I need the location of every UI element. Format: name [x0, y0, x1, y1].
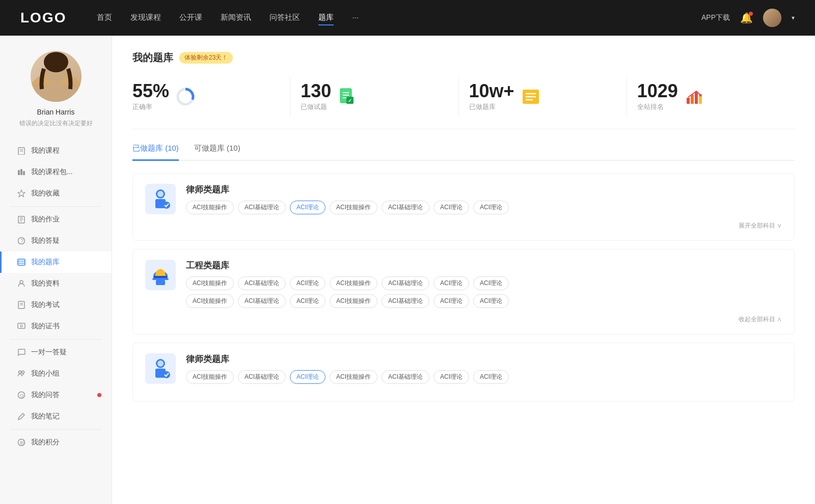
sidebar-label-packages: 我的课程包...	[31, 167, 73, 177]
tag-l2-aci-theory-active[interactable]: ACI理论	[290, 370, 325, 384]
sidebar-label-points: 我的积分	[31, 438, 60, 447]
tag-l2-aci-theory-1[interactable]: ACI理论	[433, 370, 469, 384]
notification-dot	[749, 12, 753, 16]
tag-e2-aci-basic-theory-1[interactable]: ACI基础理论	[238, 294, 286, 308]
svg-rect-47	[691, 95, 694, 104]
tag-l2-aci-skill-op-1[interactable]: ACI技能操作	[186, 370, 234, 384]
main-layout: Brian Harris 错误的决定比没有决定要好 我的课程 我的课程包...	[0, 36, 815, 504]
collapse-link-engineer-1[interactable]: 收起全部科目 ∧	[145, 315, 782, 324]
dropdown-arrow[interactable]: ▾	[792, 14, 795, 21]
star-icon	[17, 189, 26, 198]
nav-discover[interactable]: 发现课程	[130, 11, 161, 25]
stat-done-banks-number: 10w+	[469, 82, 514, 100]
tab-available-banks[interactable]: 可做题库 (10)	[194, 144, 240, 161]
sidebar-item-points[interactable]: 积 我的积分	[0, 432, 112, 453]
nav-home[interactable]: 首页	[97, 11, 112, 25]
tag-aci-theory-active-1[interactable]: ACI理论	[290, 201, 325, 214]
tag-e-aci-theory-1[interactable]: ACI理论	[290, 276, 325, 290]
sidebar-item-courses[interactable]: 我的课程	[0, 140, 112, 161]
tag-e-aci-basic-theory-1[interactable]: ACI基础理论	[238, 276, 286, 290]
tag-e-aci-skill-op-1[interactable]: ACI技能操作	[186, 276, 234, 290]
stat-done-banks-label: 已做题库	[469, 102, 514, 111]
profile-icon	[17, 279, 26, 288]
bank-info-lawyer-2: 律师类题库 ACI技能操作 ACI基础理论 ACI理论 ACI技能操作 ACI基…	[186, 353, 782, 384]
tag-e-aci-theory-2[interactable]: ACI理论	[433, 276, 469, 290]
stat-rank: 1029 全站排名	[627, 77, 795, 117]
tag-e-aci-basic-theory-2[interactable]: ACI基础理论	[382, 276, 429, 290]
sidebar-divider-3	[10, 429, 101, 430]
packages-icon	[17, 167, 26, 177]
stat-correct-rate-info: 55% 正确率	[132, 82, 169, 111]
tag-l2-aci-theory-2[interactable]: ACI理论	[473, 370, 509, 384]
tag-e2-aci-basic-theory-2[interactable]: ACI基础理论	[382, 294, 429, 308]
sidebar-item-profile[interactable]: 我的资料	[0, 273, 112, 294]
sidebar-item-homework[interactable]: 我的作业	[0, 209, 112, 230]
bank-section-engineer-1: 工程类题库 ACI技能操作 ACI基础理论 ACI理论 ACI技能操作 ACI基…	[132, 249, 795, 334]
stat-done-questions-number: 130	[301, 82, 331, 100]
tag-e2-aci-theory-1[interactable]: ACI理论	[290, 294, 325, 308]
tag-e-aci-skill-op-2[interactable]: ACI技能操作	[330, 276, 377, 290]
sidebar-label-profile: 我的资料	[31, 279, 60, 288]
sidebar-label-question-bank: 我的题库	[31, 258, 60, 267]
sidebar-label-answers: 我的问答	[31, 390, 60, 400]
tags-engineer-row2: ACI技能操作 ACI基础理论 ACI理论 ACI技能操作 ACI基础理论 AC…	[186, 294, 782, 308]
trial-badge: 体验剩余23天！	[179, 52, 233, 64]
sidebar-item-favorites[interactable]: 我的收藏	[0, 183, 112, 204]
avatar[interactable]	[763, 9, 781, 27]
svg-text:?: ?	[21, 238, 24, 244]
tags-engineer-row1: ACI技能操作 ACI基础理论 ACI理论 ACI技能操作 ACI基础理论 AC…	[186, 276, 782, 290]
svg-text:Q: Q	[20, 393, 24, 398]
sidebar-item-group[interactable]: 我的小组	[0, 363, 112, 384]
bank-section-header-lawyer-2: 律师类题库 ACI技能操作 ACI基础理论 ACI理论 ACI技能操作 ACI基…	[145, 353, 782, 384]
tag-l2-aci-skill-op-2[interactable]: ACI技能操作	[330, 370, 377, 384]
notification-bell[interactable]: 🔔	[740, 12, 753, 24]
sidebar-label-favorites: 我的收藏	[31, 189, 60, 198]
tag-l2-aci-basic-theory-2[interactable]: ACI基础理论	[382, 370, 429, 384]
sidebar-item-notes[interactable]: 我的笔记	[0, 406, 112, 427]
tag-aci-basic-theory-2[interactable]: ACI基础理论	[382, 201, 429, 214]
stat-rank-info: 1029 全站排名	[637, 82, 678, 111]
tag-aci-skill-op-2[interactable]: ACI技能操作	[330, 201, 377, 214]
bank-info-engineer-1: 工程类题库 ACI技能操作 ACI基础理论 ACI理论 ACI技能操作 ACI基…	[186, 260, 782, 308]
svg-rect-46	[687, 98, 690, 104]
app-download-link[interactable]: APP下载	[701, 13, 730, 22]
stat-correct-rate: 55% 正确率	[132, 77, 290, 117]
tag-aci-theory-1[interactable]: ACI理论	[433, 201, 469, 214]
nav-qa[interactable]: 问答社区	[269, 11, 300, 25]
sidebar-avatar	[31, 51, 82, 102]
sidebar-item-question-bank[interactable]: 我的题库	[0, 251, 112, 273]
nav-open-course[interactable]: 公开课	[179, 11, 202, 25]
tag-l2-aci-basic-theory-1[interactable]: ACI基础理论	[238, 370, 286, 384]
question-icon: ?	[17, 236, 26, 245]
svg-rect-58	[156, 280, 165, 285]
nav-menu: 首页 发现课程 公开课 新闻资讯 问答社区 题库 ···	[97, 11, 701, 25]
svg-rect-8	[20, 169, 22, 175]
tag-e2-aci-theory-2[interactable]: ACI理论	[433, 294, 469, 308]
sidebar-item-packages[interactable]: 我的课程包...	[0, 161, 112, 183]
sidebar-label-courses: 我的课程	[31, 146, 60, 155]
sidebar-divider-2	[10, 339, 101, 340]
tag-e2-aci-theory-3[interactable]: ACI理论	[473, 294, 509, 308]
page-title: 我的题库	[132, 51, 173, 65]
sidebar-item-one-on-one[interactable]: 一对一答疑	[0, 342, 112, 363]
nav-news[interactable]: 新闻资讯	[221, 11, 251, 25]
sidebar-item-answers[interactable]: Q 我的问答	[0, 384, 112, 406]
tag-aci-skill-op-1[interactable]: ACI技能操作	[186, 201, 234, 214]
sidebar-item-exam[interactable]: 我的考试	[0, 294, 112, 316]
tag-aci-basic-theory-1[interactable]: ACI基础理论	[238, 201, 286, 214]
nav-question-bank[interactable]: 题库	[318, 11, 334, 25]
tag-e-aci-theory-3[interactable]: ACI理论	[473, 276, 509, 290]
expand-link-lawyer-1[interactable]: 展开全部科目 ∨	[145, 221, 782, 230]
certificate-icon	[17, 322, 26, 331]
tag-aci-theory-2[interactable]: ACI理论	[473, 201, 509, 214]
tab-done-banks[interactable]: 已做题库 (10)	[132, 144, 179, 161]
tag-e2-aci-skill-op-2[interactable]: ACI技能操作	[330, 294, 377, 308]
notes-icon	[17, 412, 26, 421]
sidebar-item-questions[interactable]: ? 我的答疑	[0, 230, 112, 251]
main-content: 我的题库 体验剩余23天！ 55% 正确率	[112, 36, 815, 504]
tag-e2-aci-skill-op-1[interactable]: ACI技能操作	[186, 294, 234, 308]
sidebar-item-certificate[interactable]: 我的证书	[0, 316, 112, 337]
stat-done-banks-info: 10w+ 已做题库	[469, 82, 514, 111]
nav-more[interactable]: ···	[352, 11, 359, 25]
sidebar-label-group: 我的小组	[31, 369, 60, 378]
